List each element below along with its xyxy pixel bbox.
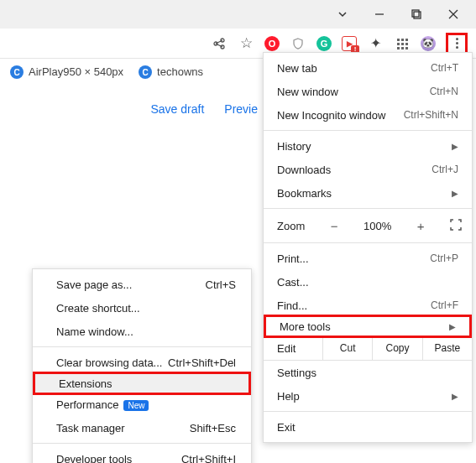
menu-exit[interactable]: Exit: [264, 415, 472, 439]
menu-print[interactable]: Print...Ctrl+P: [264, 247, 472, 270]
cut-button[interactable]: Cut: [322, 336, 372, 360]
svg-rect-6: [401, 43, 404, 45]
zoom-level: 100%: [364, 220, 391, 232]
menu-new-incognito[interactable]: New Incognito windowCtrl+Shift+N: [264, 103, 472, 127]
menu-settings[interactable]: Settings: [264, 361, 472, 384]
submenu-extensions[interactable]: Extensions: [33, 372, 251, 395]
menu-help[interactable]: Help▶: [264, 384, 472, 408]
zoom-in-button[interactable]: +: [411, 219, 430, 233]
window-titlebar: [0, 0, 476, 29]
bookmark-item[interactable]: CAirPlay950 × 540px: [10, 65, 123, 80]
extensions-puzzle-icon[interactable]: ✦: [367, 35, 384, 52]
menu-bookmarks[interactable]: Bookmarks▶: [264, 181, 472, 205]
svg-rect-9: [401, 47, 404, 49]
maximize-button[interactable]: [399, 2, 434, 27]
svg-rect-7: [405, 43, 408, 45]
shield-extension-icon[interactable]: [290, 35, 306, 52]
new-badge: New: [123, 400, 149, 411]
paste-button[interactable]: Paste: [422, 336, 472, 360]
menu-find[interactable]: Find...Ctrl+F: [264, 294, 472, 317]
bookmark-item[interactable]: Ctechowns: [139, 65, 203, 80]
menu-history[interactable]: History▶: [264, 134, 472, 158]
profile-avatar-icon[interactable]: 🐼: [421, 36, 436, 51]
submenu-developer-tools[interactable]: Developer toolsCtrl+Shift+I: [33, 447, 251, 463]
menu-edit-row: Edit Cut Copy Paste: [264, 336, 472, 361]
bookmark-label: techowns: [157, 65, 203, 78]
preview-link[interactable]: Previe: [224, 102, 258, 116]
svg-rect-2: [397, 39, 400, 41]
zoom-out-button[interactable]: −: [325, 219, 343, 233]
minimize-button[interactable]: [362, 2, 397, 27]
tab-search-icon[interactable]: [325, 2, 360, 27]
menu-new-window[interactable]: New windowCtrl+N: [264, 80, 472, 103]
chrome-menu-button[interactable]: [446, 33, 468, 55]
video-dl-extension-icon[interactable]: ▶!: [342, 36, 357, 51]
svg-rect-1: [414, 12, 421, 18]
apps-grid-icon[interactable]: [394, 35, 411, 52]
menu-zoom: Zoom − 100% +: [264, 212, 472, 239]
submenu-create-shortcut[interactable]: Create shortcut...: [33, 296, 251, 320]
edit-label: Edit: [264, 336, 322, 360]
share-icon[interactable]: [211, 35, 228, 52]
star-icon[interactable]: ☆: [238, 35, 254, 52]
submenu-task-manager[interactable]: Task managerShift+Esc: [33, 416, 251, 440]
svg-rect-3: [401, 39, 404, 41]
opera-extension-icon[interactable]: O: [264, 36, 280, 51]
menu-new-tab[interactable]: New tabCtrl+T: [264, 56, 472, 80]
svg-rect-10: [405, 47, 408, 49]
grammarly-extension-icon[interactable]: G: [316, 36, 332, 51]
submenu-save-page[interactable]: Save page as...Ctrl+S: [33, 273, 251, 296]
chrome-main-menu: New tabCtrl+T New windowCtrl+N New Incog…: [263, 52, 473, 443]
more-tools-submenu: Save page as...Ctrl+S Create shortcut...…: [32, 268, 252, 463]
fullscreen-icon[interactable]: [450, 219, 462, 233]
save-draft-link[interactable]: Save draft: [150, 102, 204, 116]
menu-more-tools[interactable]: More tools▶: [264, 315, 472, 338]
svg-rect-0: [412, 10, 419, 17]
svg-rect-4: [405, 39, 408, 41]
svg-rect-8: [397, 47, 400, 49]
submenu-clear-browsing-data[interactable]: Clear browsing data...Ctrl+Shift+Del: [33, 351, 251, 374]
menu-cast[interactable]: Cast...: [264, 270, 472, 294]
bookmark-label: AirPlay950 × 540px: [29, 65, 123, 78]
copy-button[interactable]: Copy: [372, 336, 421, 360]
menu-downloads[interactable]: DownloadsCtrl+J: [264, 158, 472, 181]
submenu-name-window[interactable]: Name window...: [33, 320, 251, 343]
svg-rect-5: [397, 43, 400, 45]
close-button[interactable]: [436, 2, 471, 27]
submenu-performance[interactable]: PerformanceNew: [33, 393, 251, 416]
